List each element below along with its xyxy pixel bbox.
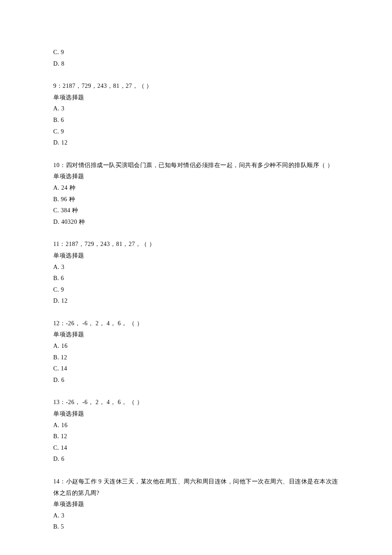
question-block: 13：-26， -6， 2， 4， 6， （ ）单项选择题A. 16B. 12C… <box>53 397 339 465</box>
option-label: C. <box>53 365 59 372</box>
option-text: 14 <box>61 445 67 451</box>
option-row: B. 12 <box>53 352 339 364</box>
question-type: 单项选择题 <box>53 171 339 182</box>
option-label: D. <box>53 298 60 304</box>
option-text: 5 <box>61 523 64 530</box>
question-number: 11： <box>53 241 66 247</box>
option-row: C. 9 <box>53 126 339 138</box>
option-label: D. <box>53 456 60 462</box>
option-text: 3 <box>61 105 65 112</box>
option-text: 96 种 <box>61 196 75 202</box>
option-text: 14 <box>61 365 67 372</box>
question-number: 12： <box>53 320 66 327</box>
option-text: 8 <box>61 61 65 67</box>
question-8-tail: C. 9 D. 8 <box>53 47 339 69</box>
option-label: D. <box>53 61 60 67</box>
option-text: 12 <box>61 298 68 304</box>
option-text: 3 <box>61 264 65 270</box>
question-number: 10： <box>53 162 66 168</box>
option-label: B. <box>53 117 59 123</box>
option-row: C. 14 <box>53 442 339 454</box>
question-block: 14：小赵每工作 9 天连休三天，某次他在周五、周六和周日连休，问他下一次在周六… <box>53 476 339 533</box>
option-row: B. 12 <box>53 431 339 442</box>
option-text: 24 种 <box>61 185 76 191</box>
option-text: 12 <box>61 433 67 439</box>
option-text: 16 <box>61 422 68 428</box>
option-row: C. 384 种 <box>53 205 339 217</box>
question-type: 单项选择题 <box>53 329 339 341</box>
option-label: C. <box>53 49 59 55</box>
option-row: A. 24 种 <box>53 182 339 194</box>
question-stem: 14：小赵每工作 9 天连休三天，某次他在周五、周六和周日连休，问他下一次在周六… <box>53 476 339 499</box>
option-label: D. <box>53 377 60 383</box>
question-type: 单项选择题 <box>53 92 339 104</box>
question-block: 10：四对情侣排成一队买演唱会门票，已知每对情侣必须排在一起，问共有多少种不同的… <box>53 160 339 228</box>
option-label: B. <box>53 275 59 281</box>
option-text: 9 <box>61 128 64 135</box>
question-text: 四对情侣排成一队买演唱会门票，已知每对情侣必须排在一起，问共有多少种不同的排队顺… <box>66 162 334 168</box>
page-container: C. 9 D. 8 9：2187，729，243，81，27，（ ）单项选择题A… <box>0 0 392 555</box>
option-label: A. <box>53 422 60 428</box>
option-row: D. 8 <box>53 58 339 70</box>
question-type: 单项选择题 <box>53 408 339 420</box>
option-row: B. 6 <box>53 273 339 284</box>
question-stem: 10：四对情侣排成一队买演唱会门票，已知每对情侣必须排在一起，问共有多少种不同的… <box>53 160 339 171</box>
option-text: 6 <box>61 275 64 281</box>
option-row: D. 12 <box>53 295 339 307</box>
option-row: A. 3 <box>53 262 339 273</box>
option-label: A. <box>53 512 60 519</box>
option-text: 12 <box>61 354 67 361</box>
question-text: 小赵每工作 9 天连休三天，某次他在周五、周六和周日连休，问他下一次在周六、日连… <box>53 478 338 496</box>
question-stem: 11：2187，729，243，81，27，（ ） <box>53 239 339 250</box>
option-label: A. <box>53 105 60 112</box>
option-label: C. <box>53 286 59 293</box>
option-row: A. 16 <box>53 420 339 431</box>
option-label: B. <box>53 433 59 439</box>
option-text: 9 <box>61 49 64 55</box>
question-number: 14： <box>53 478 66 485</box>
question-stem: 13：-26， -6， 2， 4， 6， （ ） <box>53 397 339 408</box>
option-text: 12 <box>61 139 68 146</box>
option-text: 40320 种 <box>61 219 85 225</box>
option-label: A. <box>53 343 60 349</box>
option-text: 6 <box>61 377 65 383</box>
option-label: B. <box>53 523 59 530</box>
question-stem: 9：2187，729，243，81，27，（ ） <box>53 81 339 92</box>
option-row: A. 16 <box>53 341 339 352</box>
question-type: 单项选择题 <box>53 499 339 510</box>
question-text: 2187，729，243，81，27，（ ） <box>66 241 156 247</box>
question-number: 9： <box>53 83 63 89</box>
option-row: B. 5 <box>53 521 339 533</box>
option-row: A. 3 <box>53 103 339 115</box>
option-label: A. <box>53 185 60 191</box>
question-number: 13： <box>53 399 66 405</box>
option-row: B. 96 种 <box>53 194 339 205</box>
option-row: C. 9 <box>53 47 339 58</box>
option-label: D. <box>53 219 60 225</box>
option-label: C. <box>53 207 59 214</box>
option-text: 9 <box>61 286 64 293</box>
option-text: 16 <box>61 343 68 349</box>
question-block: 11：2187，729，243，81，27，（ ）单项选择题A. 3B. 6C.… <box>53 239 339 307</box>
option-row: D. 6 <box>53 454 339 465</box>
option-text: 6 <box>61 117 64 123</box>
question-text: 2187，729，243，81，27，（ ） <box>63 83 153 89</box>
option-row: A. 3 <box>53 510 339 522</box>
option-label: B. <box>53 196 59 202</box>
question-text: -26， -6， 2， 4， 6， （ ） <box>66 320 143 327</box>
question-type: 单项选择题 <box>53 250 339 262</box>
option-text: 3 <box>61 512 65 519</box>
option-row: C. 9 <box>53 284 339 296</box>
option-row: C. 14 <box>53 363 339 375</box>
question-text: -26， -6， 2， 4， 6， （ ） <box>66 399 143 405</box>
option-label: B. <box>53 354 59 361</box>
option-row: D. 40320 种 <box>53 217 339 228</box>
option-text: 384 种 <box>61 207 78 214</box>
question-block: 12：-26， -6， 2， 4， 6， （ ）单项选择题A. 16B. 12C… <box>53 318 339 386</box>
option-label: D. <box>53 139 60 146</box>
option-row: D. 6 <box>53 375 339 386</box>
question-stem: 12：-26， -6， 2， 4， 6， （ ） <box>53 318 339 330</box>
option-text: 6 <box>61 456 65 462</box>
option-row: B. 6 <box>53 115 339 126</box>
question-block: 9：2187，729，243，81，27，（ ）单项选择题A. 3B. 6C. … <box>53 81 339 149</box>
